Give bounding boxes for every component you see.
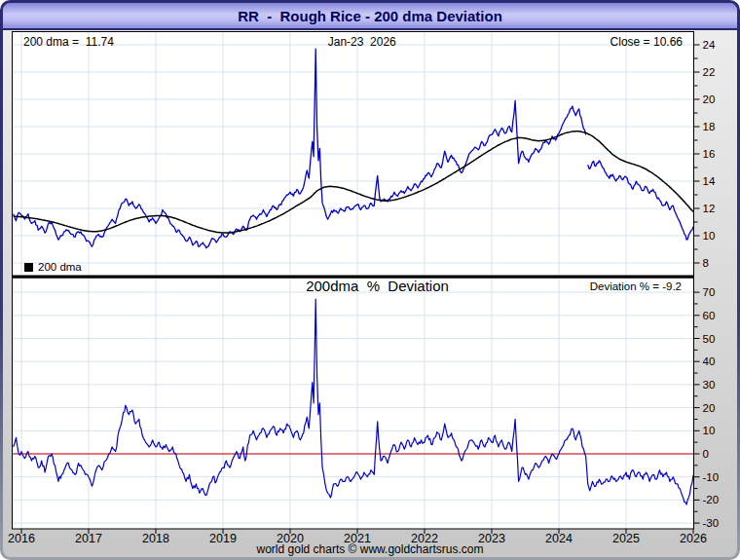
svg-text:30: 30 bbox=[703, 379, 716, 391]
svg-text:20: 20 bbox=[703, 402, 716, 414]
svg-text:10: 10 bbox=[703, 230, 716, 242]
legend-label: 200 dma bbox=[38, 261, 82, 273]
svg-text:24: 24 bbox=[703, 39, 716, 51]
svg-text:40: 40 bbox=[703, 355, 716, 367]
close-value-readout: Close = 10.66 bbox=[610, 35, 683, 49]
svg-text:50: 50 bbox=[703, 333, 716, 345]
dma-value-readout: 200 dma = 11.74 bbox=[23, 35, 114, 49]
svg-text:14: 14 bbox=[703, 175, 716, 187]
top-readout-row: 200 dma = 11.74 Jan-23 2026 Close = 10.6… bbox=[13, 35, 693, 49]
svg-text:60: 60 bbox=[703, 310, 716, 321]
svg-text:8: 8 bbox=[703, 257, 709, 269]
svg-text:0: 0 bbox=[703, 448, 709, 460]
svg-text:12: 12 bbox=[703, 203, 716, 214]
svg-text:22: 22 bbox=[703, 66, 716, 78]
legend-swatch bbox=[24, 263, 33, 272]
date-readout: Jan-23 2026 bbox=[328, 35, 396, 49]
svg-text:-30: -30 bbox=[703, 517, 720, 529]
svg-text:10: 10 bbox=[703, 425, 716, 436]
dma-legend: 200 dma bbox=[24, 261, 82, 273]
svg-text:16: 16 bbox=[703, 148, 716, 160]
svg-text:20: 20 bbox=[703, 93, 716, 105]
chart-window: RR - Rough Rice - 200 dma Deviation 8101… bbox=[0, 0, 740, 560]
svg-text:-10: -10 bbox=[703, 471, 720, 483]
svg-text:18: 18 bbox=[703, 121, 716, 132]
deviation-value-readout: Deviation % = -9.2 bbox=[13, 280, 682, 292]
svg-text:-20: -20 bbox=[703, 494, 720, 505]
svg-text:70: 70 bbox=[703, 286, 716, 298]
credit-footer: world gold charts © www.goldchartsrus.co… bbox=[0, 542, 740, 556]
